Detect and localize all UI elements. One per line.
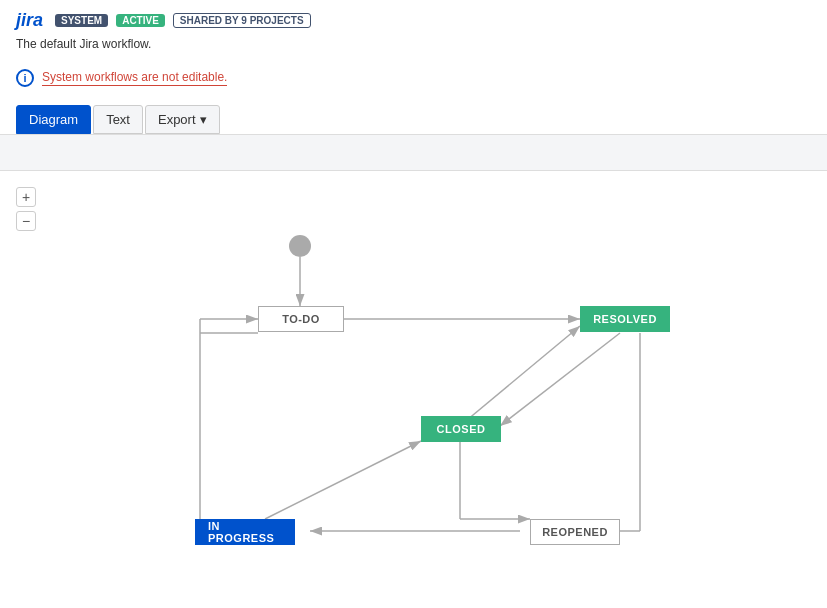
badge-system: SYSTEM [55,14,108,27]
tab-export[interactable]: Export ▾ [145,105,220,134]
page-header: jira SYSTEM ACTIVE SHARED BY 9 PROJECTS [0,0,827,35]
diagram-toolbar [0,135,827,171]
tab-bar: Diagram Text Export ▾ [0,95,827,135]
tab-diagram[interactable]: Diagram [16,105,91,134]
tab-text[interactable]: Text [93,105,143,134]
svg-line-9 [500,333,620,426]
zoom-in-button[interactable]: + [16,187,36,207]
workflow-arrows [0,171,827,591]
chevron-down-icon: ▾ [200,112,207,127]
svg-line-13 [461,326,580,425]
info-icon: i [16,69,34,87]
badge-shared: SHARED BY 9 PROJECTS [173,13,311,28]
info-bar: i System workflows are not editable. [0,61,827,95]
page-subtitle: The default Jira workflow. [0,35,827,61]
node-closed[interactable]: CLOSED [421,416,501,442]
badge-active: ACTIVE [116,14,165,27]
zoom-out-button[interactable]: − [16,211,36,231]
node-resolved[interactable]: RESOLVED [580,306,670,332]
start-node [289,235,311,257]
jira-logo: jira [16,10,43,31]
diagram-area: + − [0,171,827,591]
node-reopened[interactable]: REOPENED [530,519,620,545]
node-todo[interactable]: TO-DO [258,306,344,332]
svg-line-14 [265,441,421,519]
zoom-controls: + − [16,187,36,231]
info-message: System workflows are not editable. [42,70,227,86]
node-in-progress[interactable]: IN PROGRESS [195,519,295,545]
